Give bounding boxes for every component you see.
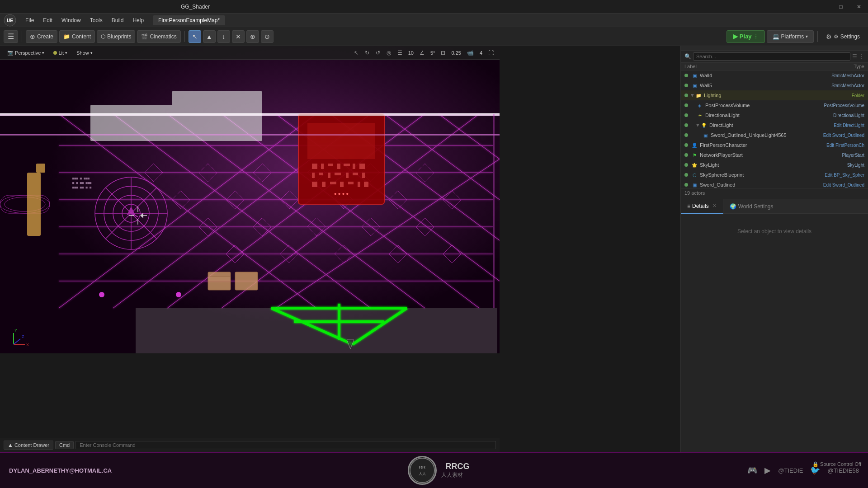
outliner-item[interactable]: ▶ 💡 DirectLight Edit DirectLight	[681, 120, 868, 130]
world-settings-tab[interactable]: 🌍 World Settings	[723, 199, 780, 214]
fracture-button[interactable]: ⊕	[246, 30, 259, 43]
outliner-item[interactable]: ▣ Sword_Outlined Edit Sword_Outlined	[681, 180, 868, 188]
svg-rect-72	[312, 182, 317, 187]
content-drawer-label: Content Drawer	[14, 442, 49, 448]
vp-camera-icon[interactable]: ◎	[384, 49, 393, 57]
toolbar-sep-3	[817, 31, 818, 42]
details-tab-close[interactable]: ✕	[712, 203, 717, 209]
blueprints-button[interactable]: ⬡ Blueprints	[97, 30, 135, 43]
map-tab[interactable]: FirstPersonExampleMap*	[153, 15, 225, 25]
outliner-item[interactable]: ▣ Wall4 StaticMeshActor	[681, 70, 868, 80]
outliner-filter-icon[interactable]: ☰	[852, 53, 857, 60]
menu-tools[interactable]: Tools	[85, 15, 107, 25]
vp-rotate-icon[interactable]: ↻	[363, 49, 372, 57]
content-button[interactable]: 📁 Content	[59, 30, 95, 43]
console-input[interactable]	[75, 441, 496, 449]
outliner-item[interactable]: ☀ DirectionalLight DirectionalLight	[681, 110, 868, 120]
vp-select-icon[interactable]: ↖	[352, 49, 361, 57]
outliner-item[interactable]: ▣ Sword_Outlined_UniqueLight4565 Edit Sw…	[681, 130, 868, 140]
content-drawer-button[interactable]: ▲ Content Drawer	[4, 441, 53, 450]
details-panel: ≡ Details ✕ 🌍 World Settings Select an o…	[680, 199, 868, 452]
visibility-toggle[interactable]	[684, 94, 688, 97]
visibility-toggle[interactable]	[684, 173, 688, 177]
visibility-toggle[interactable]	[684, 143, 688, 147]
brush-button[interactable]: ⊙	[261, 30, 274, 43]
vp-fullscreen-icon[interactable]: ⛶	[486, 49, 496, 57]
settings-button[interactable]: ⚙ ⚙ Settings	[821, 30, 864, 43]
maximize-button[interactable]: □	[832, 0, 850, 14]
visibility-toggle[interactable]	[684, 153, 688, 157]
world-settings-label: World Settings	[738, 203, 774, 210]
cmd-button[interactable]: Cmd	[55, 441, 74, 449]
details-tab[interactable]: ≡ Details ✕	[681, 199, 723, 214]
viewport[interactable]: ● ● ● ●	[0, 46, 500, 353]
outliner-item[interactable]: 👤 FirstPersonCharacter Edit FirstPersonC…	[681, 140, 868, 150]
expand-arrow[interactable]: ▶	[690, 94, 695, 97]
menu-build[interactable]: Build	[107, 15, 128, 25]
outliner-search-input[interactable]	[693, 52, 850, 61]
visibility-toggle[interactable]	[684, 103, 688, 107]
svg-point-48	[113, 195, 149, 231]
perspective-button[interactable]: 📷 Perspective ▾	[4, 49, 48, 56]
svg-point-81	[5, 197, 45, 211]
visibility-toggle[interactable]	[684, 84, 688, 87]
source-control-status: 🔒 Source Control Off	[808, 460, 866, 469]
svg-line-13	[167, 114, 425, 308]
menu-window[interactable]: Window	[57, 15, 85, 25]
blueprints-label: Blueprints	[107, 33, 131, 40]
show-button[interactable]: Show ▾	[73, 49, 96, 56]
vp-rot-icon[interactable]: ∠	[417, 49, 427, 57]
vp-scale-icon[interactable]: ↺	[373, 49, 382, 57]
visibility-toggle[interactable]	[684, 74, 688, 77]
select-mode-button[interactable]: ↖	[189, 30, 201, 43]
outliner-item[interactable]: ⚑ NetworkPlayerStart PlayerStart	[681, 150, 868, 160]
vp-cam-num-icon[interactable]: 📹	[465, 49, 476, 57]
vp-scale-num-icon[interactable]: ⊡	[439, 49, 448, 57]
minimize-button[interactable]: —	[814, 0, 832, 14]
mode-selector-button[interactable]: ☰	[4, 30, 18, 43]
toolbar-sep-2	[184, 31, 185, 42]
visibility-toggle[interactable]	[684, 163, 688, 167]
menu-help[interactable]: Help	[128, 15, 148, 25]
create-button[interactable]: ⊕ Create	[26, 30, 57, 43]
mesh-icon: ◈	[696, 102, 703, 109]
svg-rect-71	[362, 173, 365, 178]
outliner-item[interactable]: ▣ Wall5 StaticMeshActor	[681, 80, 868, 90]
visibility-toggle[interactable]	[684, 183, 688, 187]
outliner-options-icon[interactable]: ⋮	[859, 53, 864, 60]
play-button[interactable]: ▶ Play ⋮	[726, 30, 765, 43]
menu-file[interactable]: File	[21, 15, 38, 25]
cinematics-button[interactable]: 🎬 Cinematics	[137, 30, 180, 43]
svg-marker-40	[416, 218, 434, 236]
vp-grid-icon[interactable]: ☰	[395, 49, 405, 57]
landscape-mode-button[interactable]: ▲	[203, 30, 216, 43]
lit-button[interactable]: Lit ▾	[50, 49, 71, 56]
outliner-item[interactable]: ▶ 📁 Lighting Folder	[681, 90, 868, 100]
close-button[interactable]: ✕	[850, 0, 868, 14]
svg-text:■ ■ ■■ ■■■: ■ ■ ■■ ■■■	[72, 181, 92, 185]
expand-arrow[interactable]: ▶	[696, 124, 700, 127]
svg-rect-67	[328, 173, 330, 178]
platforms-button[interactable]: 💻 Platforms ▾	[767, 30, 814, 43]
outliner-item[interactable]: ⬡ SkySphereBlueprint Edit BP_Sky_Spher	[681, 170, 868, 180]
discord-icon[interactable]: 🎮	[747, 465, 757, 475]
brand-name: RRCG	[446, 462, 470, 471]
mesh-icon: ▣	[691, 72, 698, 79]
mesh-paint-button[interactable]: ✕	[232, 30, 245, 43]
outliner-item[interactable]: 🌟 SkyLight SkyLight	[681, 160, 868, 170]
menu-edit[interactable]: Edit	[38, 15, 57, 25]
visibility-toggle[interactable]	[684, 123, 688, 127]
outliner-item[interactable]: ◈ PostProcessVolume PostProcessVolume	[681, 100, 868, 110]
foliage-mode-button[interactable]: ↓	[217, 30, 230, 43]
item-type: Edit FirstPersonCh	[801, 143, 864, 148]
item-type: Folder	[801, 93, 864, 98]
brand-text: RRCG 人人素材	[441, 462, 470, 479]
svg-line-17	[384, 114, 500, 200]
visibility-toggle[interactable]	[684, 113, 688, 117]
lit-dot	[53, 51, 57, 55]
create-label: Create	[37, 33, 53, 40]
svg-marker-43	[335, 245, 353, 263]
visibility-toggle[interactable]	[684, 133, 688, 137]
youtube-icon[interactable]: ▶	[764, 465, 771, 475]
svg-rect-85	[90, 105, 217, 141]
